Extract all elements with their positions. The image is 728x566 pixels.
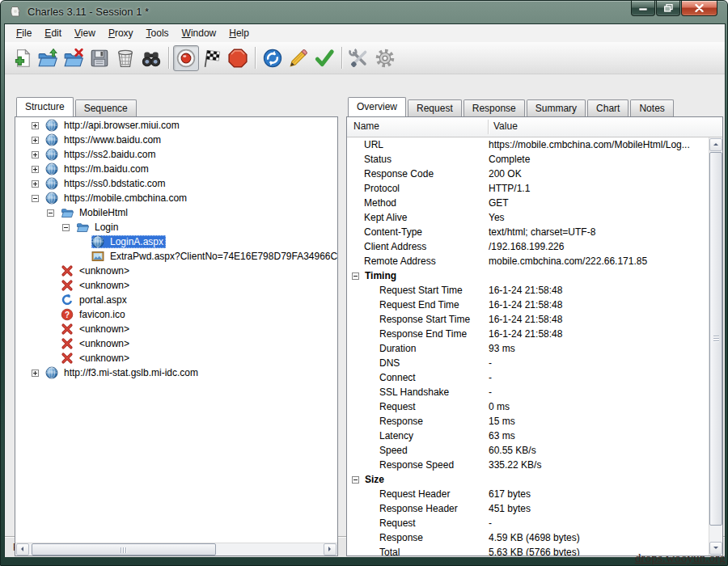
toolbar-new-session-button[interactable] xyxy=(9,45,35,71)
expand-icon[interactable] xyxy=(32,151,39,158)
overview-row[interactable]: Content-Typetext/html; charset=UTF-8 xyxy=(347,225,709,239)
tab-sequence[interactable]: Sequence xyxy=(75,99,137,116)
overview-row[interactable]: Response End Time16-1-24 21:58:48 xyxy=(347,327,709,341)
overview-row[interactable]: Timing xyxy=(347,268,709,283)
toolbar-find-button[interactable] xyxy=(138,45,164,71)
tab-summary[interactable]: Summary xyxy=(527,99,586,116)
overview-row[interactable]: Request Start Time16-1-24 21:58:48 xyxy=(347,283,709,298)
collapse-icon[interactable] xyxy=(32,195,39,202)
tab-notes[interactable]: Notes xyxy=(630,99,673,116)
scroll-left-button[interactable] xyxy=(16,543,29,555)
expand-icon[interactable] xyxy=(32,180,39,188)
overview-row[interactable]: Response15 ms xyxy=(347,414,709,429)
tree-item[interactable]: <unknown> xyxy=(15,322,337,336)
overview-row[interactable]: Kept AliveYes xyxy=(347,210,709,225)
overview-row[interactable]: Response Code200 OK xyxy=(347,167,709,181)
toolbar-open-session-button[interactable] xyxy=(35,45,61,71)
toolbar-stop-button[interactable] xyxy=(225,45,251,71)
column-divider[interactable] xyxy=(488,120,489,134)
tree-item[interactable]: Login xyxy=(15,220,337,234)
overview-row[interactable]: Latency63 ms xyxy=(347,429,709,443)
toolbar-close-session-button[interactable] xyxy=(61,45,87,71)
tab-overview[interactable]: Overview xyxy=(348,97,406,116)
overview-row[interactable]: SSL Handshake- xyxy=(347,385,709,399)
overview-row[interactable]: Response Start Time16-1-24 21:58:48 xyxy=(347,312,709,327)
tree-item[interactable]: portal.aspx xyxy=(15,293,337,307)
tree-horizontal-scrollbar[interactable] xyxy=(15,543,337,555)
overview-row[interactable]: Response4.59 KB (4698 bytes) xyxy=(347,530,709,545)
overview-row[interactable]: Request- xyxy=(347,516,709,530)
tab-response[interactable]: Response xyxy=(463,99,525,116)
tree-item[interactable]: <unknown> xyxy=(15,278,337,293)
scroll-right-button[interactable] xyxy=(324,543,336,555)
overview-row[interactable]: Request End Time16-1-24 21:58:48 xyxy=(347,298,709,312)
tree-item[interactable]: https://mobile.cmbchina.com xyxy=(15,191,337,205)
toolbar-tools-button[interactable] xyxy=(346,45,372,71)
tree-item[interactable]: ?favicon.ico xyxy=(15,307,337,322)
overview-row[interactable]: Connect- xyxy=(347,370,709,385)
overview-row[interactable]: Request Header617 bytes xyxy=(347,487,709,501)
menu-proxy[interactable]: Proxy xyxy=(102,26,140,40)
titlebar[interactable]: Charles 3.11 - Session 1 * xyxy=(1,1,727,23)
tree-item[interactable]: <unknown> xyxy=(15,264,337,278)
overview-row[interactable]: MethodGET xyxy=(347,196,709,210)
overview-row[interactable]: Response Header451 bytes xyxy=(347,501,709,516)
toolbar-save-session-button[interactable] xyxy=(87,45,112,71)
overview-row[interactable]: Size xyxy=(347,472,709,487)
tree-item[interactable]: http://f3.mi-stat.gslb.mi-idc.com xyxy=(15,365,337,380)
overview-row[interactable]: StatusComplete xyxy=(347,152,709,167)
toolbar-edit-button[interactable] xyxy=(286,45,311,71)
tree-item[interactable]: https://www.baidu.com xyxy=(15,133,337,147)
minimize-button[interactable] xyxy=(631,1,655,16)
menu-view[interactable]: View xyxy=(68,26,102,40)
tab-chart[interactable]: Chart xyxy=(587,99,629,116)
scrollbar-thumb[interactable] xyxy=(709,152,722,526)
toolbar-validate-button[interactable] xyxy=(311,45,337,71)
collapse-icon[interactable] xyxy=(352,272,359,280)
expand-icon[interactable] xyxy=(32,370,39,377)
tab-structure[interactable]: Structure xyxy=(16,97,74,116)
overview-row[interactable]: Request0 ms xyxy=(347,399,709,414)
menu-edit[interactable]: Edit xyxy=(38,26,68,40)
scrollbar-thumb[interactable] xyxy=(32,543,216,555)
tree-item[interactable]: http://api.browser.miui.com xyxy=(15,118,337,133)
menu-file[interactable]: File xyxy=(10,26,38,40)
tree-item[interactable]: https://ss2.baidu.com xyxy=(15,147,337,162)
collapse-icon[interactable] xyxy=(352,476,359,484)
toolbar-settings-button[interactable] xyxy=(372,45,398,71)
tree-item[interactable]: https://ss0.bdstatic.com xyxy=(15,176,337,191)
overview-row[interactable]: Duration93 ms xyxy=(347,341,709,356)
expand-icon[interactable] xyxy=(32,122,39,129)
scroll-up-button[interactable] xyxy=(709,138,722,151)
tree-item[interactable]: LoginA.aspx xyxy=(15,234,337,249)
menu-tools[interactable]: Tools xyxy=(140,26,176,40)
restore-button[interactable] xyxy=(656,1,680,16)
collapse-icon[interactable] xyxy=(62,224,70,231)
toolbar-clear-session-button[interactable] xyxy=(112,45,138,71)
collapse-icon[interactable] xyxy=(47,209,54,217)
tree-item[interactable]: <unknown> xyxy=(15,351,337,365)
column-header-value[interactable]: Value xyxy=(493,120,518,132)
tree-item[interactable]: ExtraPwd.aspx?ClientNo=74E16E798D79FA349… xyxy=(15,249,337,264)
overview-row[interactable]: DNS- xyxy=(347,356,709,370)
overview-row[interactable]: Speed60.55 KB/s xyxy=(347,443,709,458)
column-header-name[interactable]: Name xyxy=(353,120,379,132)
tree-item[interactable]: MobileHtml xyxy=(15,205,337,220)
overview-row[interactable]: Remote Addressmobile.cmbchina.com/222.66… xyxy=(347,254,709,268)
tree-item[interactable]: <unknown> xyxy=(15,336,337,351)
toolbar-repeat-button[interactable] xyxy=(260,45,286,71)
overview-row[interactable]: ProtocolHTTP/1.1 xyxy=(347,181,709,196)
tree-item[interactable]: https://m.baidu.com xyxy=(15,162,337,176)
toolbar-record-button[interactable] xyxy=(173,45,199,71)
overview-row[interactable]: Client Address/192.168.199.226 xyxy=(347,239,709,254)
overview-row[interactable]: URLhttps://mobile.cmbchina.com/MobileHtm… xyxy=(347,137,709,152)
toolbar-throttle-button[interactable] xyxy=(199,45,225,71)
overview-row[interactable]: Response Speed335.22 KB/s xyxy=(347,458,709,472)
expand-icon[interactable] xyxy=(32,166,39,173)
menu-window[interactable]: Window xyxy=(176,26,223,40)
close-button[interactable] xyxy=(681,1,717,16)
tab-request[interactable]: Request xyxy=(408,99,462,116)
overview-vertical-scrollbar[interactable] xyxy=(709,137,722,555)
expand-icon[interactable] xyxy=(32,137,39,144)
menu-help[interactable]: Help xyxy=(222,26,256,40)
